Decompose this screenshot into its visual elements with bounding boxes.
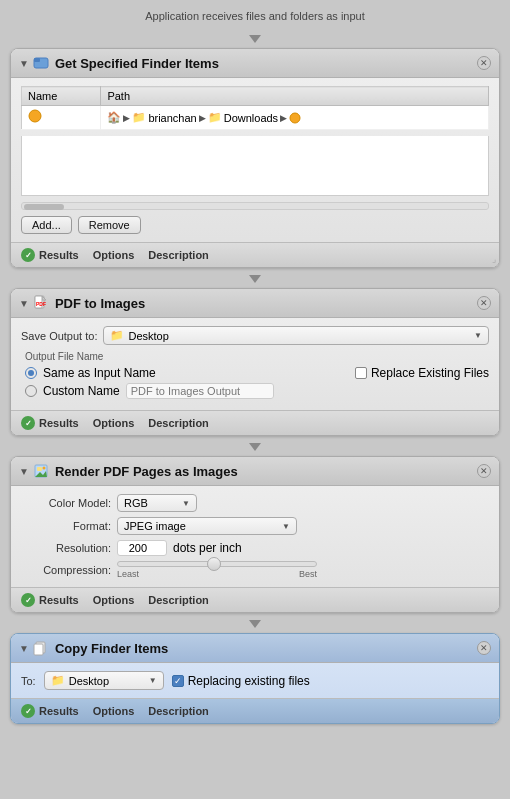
save-output-value: Desktop (128, 330, 168, 342)
folder-icon: 📁 (132, 111, 146, 125)
card3-results-label: Results (39, 594, 79, 606)
svg-marker-14 (249, 620, 261, 628)
card2-results-tab[interactable]: ✓ Results (21, 416, 79, 430)
radio-row-1: Same as Input Name (25, 366, 274, 380)
card4-close-button[interactable]: ✕ (477, 641, 491, 655)
radio-custom-label: Custom Name (43, 384, 120, 398)
card4-options-tab[interactable]: Options (93, 705, 135, 717)
card1-close-button[interactable]: ✕ (477, 56, 491, 70)
card2-description-label: Description (148, 417, 209, 429)
home-icon: 🏠 (107, 111, 121, 125)
card1-resize-handle[interactable]: ⌟ (492, 254, 496, 264)
card1-description-tab[interactable]: Description (148, 249, 209, 261)
format-label: Format: (21, 520, 111, 532)
card1-options-tab[interactable]: Options (93, 249, 135, 261)
card4-body: To: 📁 Desktop ▼ ✓ Replacing existing fil… (11, 663, 499, 698)
resolution-label: Resolution: (21, 542, 111, 554)
color-model-label: Color Model: (21, 497, 111, 509)
card4-header: ▼ Copy Finder Items ✕ (11, 634, 499, 663)
results-check-icon-2: ✓ (21, 416, 35, 430)
card4-results-tab[interactable]: ✓ Results (21, 704, 79, 718)
compression-label: Compression: (21, 564, 111, 576)
replacing-checkbox[interactable]: ✓ (172, 675, 184, 687)
card3-description-tab[interactable]: Description (148, 594, 209, 606)
card3-title: Render PDF Pages as Images (55, 464, 491, 479)
resolution-unit: dots per inch (173, 541, 242, 555)
card2-header: ▼ PDF PDF to Images ✕ (11, 289, 499, 318)
format-select[interactable]: JPEG image ▼ (117, 517, 297, 535)
card2-collapse-triangle[interactable]: ▼ (19, 298, 29, 309)
button-row: Add... Remove (21, 216, 489, 234)
card4-collapse-triangle[interactable]: ▼ (19, 643, 29, 654)
finder-items-table: Name Path 🏠 ▶ 📁 (21, 86, 489, 130)
connector-3 (246, 436, 264, 456)
compression-slider-container: Least Best (117, 561, 317, 579)
save-output-label: Save Output to: (21, 330, 97, 342)
results-check-icon: ✓ (21, 248, 35, 262)
card-copy-finder-items: ▼ Copy Finder Items ✕ To: 📁 Desktop ▼ ✓ … (10, 633, 500, 724)
connector-4 (246, 613, 264, 633)
output-file-name-section: Output File Name Same as Input Name Cust… (25, 351, 489, 402)
results-check-icon-3: ✓ (21, 593, 35, 607)
svg-point-12 (42, 467, 45, 470)
card3-options-tab[interactable]: Options (93, 594, 135, 606)
card2-description-tab[interactable]: Description (148, 417, 209, 429)
compression-slider-track[interactable] (117, 561, 317, 567)
color-model-row: Color Model: RGB ▼ (21, 494, 489, 512)
card3-close-button[interactable]: ✕ (477, 464, 491, 478)
card1-results-tab[interactable]: ✓ Results (21, 248, 79, 262)
card4-title: Copy Finder Items (55, 641, 491, 656)
radio-dot-1 (28, 370, 34, 376)
replace-existing-label: Replace Existing Files (371, 366, 489, 380)
to-chevron: ▼ (149, 676, 157, 685)
svg-text:PDF: PDF (36, 301, 46, 307)
resolution-row: Resolution: dots per inch (21, 540, 489, 556)
card2-title: PDF to Images (55, 296, 491, 311)
compression-slider-thumb[interactable] (207, 557, 221, 571)
table-cell-path: 🏠 ▶ 📁 brianchan ▶ 📁 Downloads ▶ (101, 106, 489, 130)
table-row: 🏠 ▶ 📁 brianchan ▶ 📁 Downloads ▶ (22, 106, 489, 130)
slider-max-label: Best (299, 569, 317, 579)
to-select[interactable]: 📁 Desktop ▼ (44, 671, 164, 690)
replace-existing-checkbox[interactable] (355, 367, 367, 379)
card4-footer: ✓ Results Options Description (11, 698, 499, 723)
card2-close-button[interactable]: ✕ (477, 296, 491, 310)
custom-name-input[interactable] (126, 383, 274, 399)
table-empty-area (21, 136, 489, 196)
resolution-input[interactable] (117, 540, 167, 556)
card1-options-label: Options (93, 249, 135, 261)
svg-marker-5 (249, 275, 261, 283)
card1-title: Get Specified Finder Items (55, 56, 491, 71)
card3-results-tab[interactable]: ✓ Results (21, 593, 79, 607)
card1-collapse-triangle[interactable]: ▼ (19, 58, 29, 69)
path-downloads: Downloads (224, 112, 278, 124)
svg-point-4 (290, 113, 300, 123)
to-label: To: (21, 675, 36, 687)
card-render-pdf: ▼ Render PDF Pages as Images ✕ Color Mod… (10, 456, 500, 613)
output-file-name-label: Output File Name (25, 351, 489, 362)
format-value: JPEG image (124, 520, 186, 532)
save-output-select[interactable]: 📁 Desktop ▼ (103, 326, 489, 345)
path-brianchan: brianchan (148, 112, 196, 124)
card1-body: Name Path 🏠 ▶ 📁 (11, 78, 499, 242)
add-button[interactable]: Add... (21, 216, 72, 234)
format-chevron: ▼ (282, 522, 290, 531)
card3-collapse-triangle[interactable]: ▼ (19, 466, 29, 477)
card2-icon: PDF (33, 295, 49, 311)
slider-labels: Least Best (117, 569, 317, 579)
svg-marker-9 (249, 443, 261, 451)
horizontal-scrollbar[interactable] (21, 202, 489, 210)
color-model-select[interactable]: RGB ▼ (117, 494, 197, 512)
scrollbar-thumb (24, 204, 64, 210)
card2-results-label: Results (39, 417, 79, 429)
card2-options-tab[interactable]: Options (93, 417, 135, 429)
radio-same-as-input[interactable] (25, 367, 37, 379)
path-arrow-3: ▶ (280, 113, 287, 123)
svg-point-3 (29, 110, 41, 122)
card4-description-tab[interactable]: Description (148, 705, 209, 717)
remove-button[interactable]: Remove (78, 216, 141, 234)
app-top-label: Application receives files and folders a… (145, 10, 365, 22)
radio-custom-name[interactable] (25, 385, 37, 397)
replacing-label: Replacing existing files (188, 674, 310, 688)
radio-same-label: Same as Input Name (43, 366, 156, 380)
